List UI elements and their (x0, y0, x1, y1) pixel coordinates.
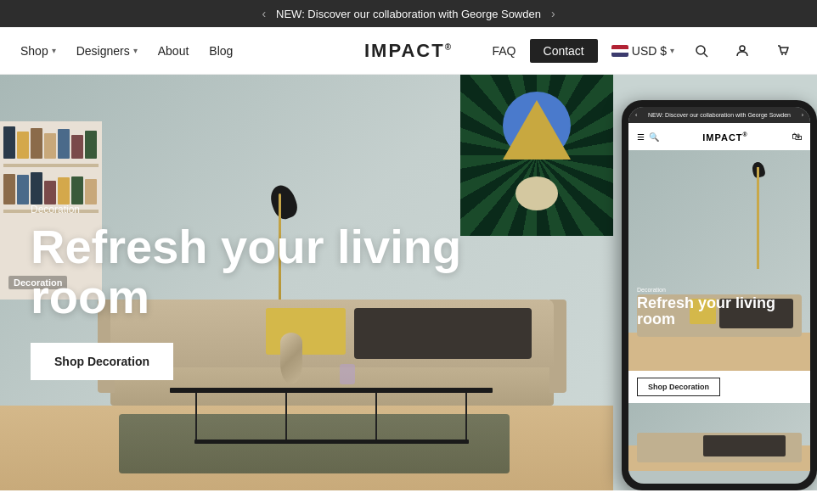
mobile-menu-icon: ☰ 🔍 (637, 132, 659, 142)
mobile-hero-bg: Decoration Refresh your living room (628, 150, 810, 371)
mobile-header: ☰ 🔍 IMPACT® 🛍 (628, 123, 810, 150)
announcement-next-arrow[interactable]: › (551, 7, 555, 20)
hero-cta-button[interactable]: Shop Decoration (31, 343, 173, 380)
mobile-floor (628, 333, 810, 371)
mobile-lamp-stem (757, 167, 759, 269)
svg-point-0 (696, 46, 705, 54)
designers-chevron-icon: ▾ (133, 46, 138, 55)
nav-faq[interactable]: FAQ (493, 44, 516, 58)
mobile-sofa-bottom (637, 433, 802, 462)
hero-title: Refresh your living room (31, 222, 461, 322)
svg-point-3 (781, 53, 783, 55)
hero-content: Decoration Refresh your living room Shop… (31, 204, 461, 380)
mobile-cart-icon: 🛍 (792, 131, 802, 143)
mobile-search-icon: 🔍 (649, 132, 659, 142)
shop-chevron-icon: ▾ (52, 46, 56, 55)
announcement-bar: ‹ NEW: Discover our collaboration with G… (0, 0, 817, 27)
coffee-table (170, 388, 493, 444)
hero-section: Decoration (0, 75, 817, 490)
svg-line-1 (704, 53, 707, 57)
announcement-text: NEW: Discover our collaboration with Geo… (276, 8, 541, 20)
contact-button[interactable]: Contact (530, 39, 598, 63)
mobile-preview: ‹ NEW: Discover our collaboration with G… (622, 100, 817, 490)
svg-point-2 (740, 46, 745, 51)
svg-point-4 (785, 53, 786, 55)
mobile-screen: ‹ NEW: Discover our collaboration with G… (628, 107, 810, 484)
new-arrivals-section: New arrivals (0, 490, 817, 504)
header: Shop ▾ Designers ▾ About Blog IMPACT® FA… (0, 27, 817, 75)
flag-icon (611, 45, 628, 57)
currency-chevron-icon: ▾ (670, 46, 674, 55)
announcement-prev-arrow[interactable]: ‹ (262, 7, 266, 20)
cart-button[interactable] (769, 37, 797, 64)
mobile-cta-button[interactable]: Shop Decoration (637, 378, 720, 396)
nav-blog[interactable]: Blog (209, 44, 233, 58)
nav-shop[interactable]: Shop ▾ (20, 44, 56, 58)
mobile-announcement-bar: ‹ NEW: Discover our collaboration with G… (628, 107, 810, 123)
nav-right: FAQ Contact USD $ ▾ (493, 37, 797, 64)
search-button[interactable] (688, 37, 715, 64)
mobile-bottom-scene (628, 403, 810, 471)
mobile-cta-section: Shop Decoration (628, 371, 810, 403)
mobile-decoration-label: Decoration (637, 287, 810, 293)
search-icon (695, 44, 708, 58)
cart-icon (776, 44, 790, 58)
mobile-hero-title: Refresh your living room (637, 295, 810, 329)
account-icon (735, 44, 749, 58)
hero-decoration-label: Decoration (31, 204, 461, 216)
nav-designers[interactable]: Designers ▾ (76, 44, 138, 58)
account-button[interactable] (729, 37, 756, 64)
nav-left: Shop ▾ Designers ▾ About Blog (20, 44, 233, 58)
mobile-hero-content: Decoration Refresh your living room (637, 287, 810, 329)
mobile-logo: IMPACT® (702, 132, 748, 143)
site-logo[interactable]: IMPACT® (364, 40, 453, 62)
artwork (460, 75, 613, 236)
currency-selector[interactable]: USD $ ▾ (611, 44, 674, 58)
nav-about[interactable]: About (158, 44, 189, 58)
